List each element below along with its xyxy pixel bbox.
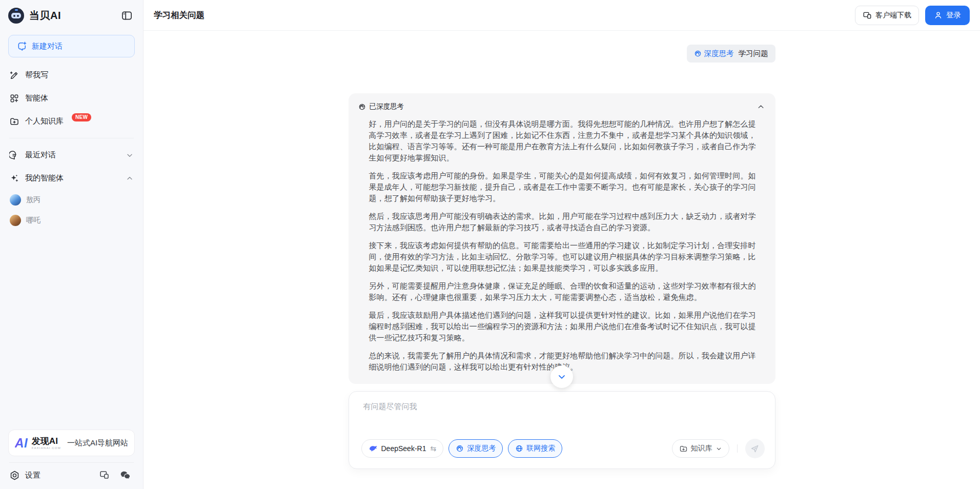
agent-name: 敖丙 <box>26 195 40 205</box>
sparkles-icon <box>9 173 19 184</box>
pencil-plus-icon <box>9 70 19 80</box>
brand-name: 当贝AI <box>29 9 61 23</box>
sidebar-item-label: 个人知识库 <box>25 116 64 126</box>
devices-icon[interactable] <box>99 470 110 480</box>
wechat-icon[interactable] <box>119 470 131 481</box>
web-search-toggle[interactable]: 联网搜索 <box>508 439 562 458</box>
collapse-thinking-chevron-up-icon[interactable] <box>757 103 765 111</box>
agent-avatar <box>10 215 21 226</box>
new-badge: NEW <box>72 113 91 121</box>
knowledge-base-selector[interactable]: 知识库 <box>672 439 729 458</box>
sidebar-item-agents[interactable]: 智能体 <box>0 87 143 110</box>
deep-think-icon <box>358 103 366 111</box>
thinking-paragraph: 然后，我应该思考用户可能没有明确表达的需求。比如，用户可能在学习过程中感到压力大… <box>369 211 757 233</box>
model-swap-icon[interactable]: ⇆ <box>430 444 436 453</box>
person-icon <box>934 11 943 19</box>
gear-icon[interactable] <box>9 470 20 481</box>
chat-region: 深度思考 学习问题 已深度思考 好，用户问的是关于学习的问题，但没有具体说明是哪… <box>144 31 980 489</box>
sidebar: 当贝AI 新建对话 帮我写 智能体 个人知识库 NEW 最近对话 我的智能体 敖… <box>0 0 144 489</box>
faxian-ai-promo-banner[interactable]: AI 发现AI FAXIANAI.COM 一站式AI导航网站 <box>8 430 135 456</box>
agent-name: 哪吒 <box>26 216 40 225</box>
client-download-label: 客户端下载 <box>875 11 911 20</box>
scroll-to-bottom-button[interactable] <box>550 365 573 388</box>
page-title: 学习相关问题 <box>154 10 205 21</box>
thinking-paragraph: 首先，我应该考虑用户可能的身份。如果是学生，可能关心的是如何提高成绩，如何有效复… <box>369 170 757 204</box>
deep-thinking-panel: 已深度思考 好，用户问的是关于学习的问题，但没有具体说明是哪方面。我得先想想可能… <box>349 93 775 384</box>
sidebar-section-label: 我的智能体 <box>25 173 64 183</box>
sidebar-collapse-icon[interactable] <box>121 10 133 22</box>
chat-history-icon <box>9 150 19 160</box>
user-message-chip: 深度思考 学习问题 <box>687 45 775 63</box>
chevron-up-icon[interactable] <box>126 174 134 182</box>
deep-think-icon <box>694 50 702 57</box>
send-button[interactable] <box>745 439 765 458</box>
agent-avatar <box>10 194 21 206</box>
chip-deep-think: 深度思考 <box>694 49 734 58</box>
new-chat-label: 新建对话 <box>32 42 63 51</box>
login-button[interactable]: 登录 <box>925 6 970 25</box>
sidebar-section-label: 最近对话 <box>25 150 56 160</box>
new-chat-button[interactable]: 新建对话 <box>8 35 135 57</box>
sidebar-section-my-agents[interactable]: 我的智能体 <box>0 167 143 190</box>
composer-divider <box>737 444 738 453</box>
sidebar-item-label: 帮我写 <box>25 70 48 80</box>
client-download-button[interactable]: 客户端下载 <box>855 6 919 25</box>
chevron-down-icon[interactable] <box>126 151 134 159</box>
web-search-label: 联网搜索 <box>526 444 555 453</box>
sidebar-section-recent-chats[interactable]: 最近对话 <box>0 144 143 167</box>
topbar: 学习相关问题 客户端下载 登录 <box>144 0 980 31</box>
thinking-paragraph: 最后，我应该鼓励用户具体描述他们遇到的问题，这样我可以提供更针对性的建议。比如，… <box>369 310 757 343</box>
deepseek-whale-icon <box>369 444 378 454</box>
user-message-text: 学习问题 <box>739 49 768 58</box>
brand-row: 当贝AI <box>0 0 143 30</box>
main-area: 学习相关问题 客户端下载 登录 深度思考 学习问题 <box>144 0 980 489</box>
thinking-paragraph: 好，用户问的是关于学习的问题，但没有具体说明是哪方面。我得先想想可能的几种情况。… <box>369 118 757 164</box>
sidebar-item-label: 智能体 <box>25 93 48 103</box>
settings-label[interactable]: 设置 <box>25 471 40 480</box>
message-input[interactable] <box>361 397 765 439</box>
thinking-panel-header[interactable]: 已深度思考 <box>349 93 775 114</box>
chevron-down-icon <box>716 445 722 452</box>
chevron-down-icon <box>557 372 567 382</box>
model-name: DeepSeek-R1 <box>381 444 426 453</box>
sidebar-footer: 设置 <box>9 462 134 489</box>
folder-plus-icon <box>9 116 19 127</box>
promo-tagline: 一站式AI导航网站 <box>67 438 128 448</box>
sidebar-divider <box>9 138 134 138</box>
thinking-paragraph: 接下来，我应该考虑如何提供有帮助的信息。可能需要给出一些通用的学习建议，比如制定… <box>369 240 757 274</box>
folder-plus-icon <box>679 444 688 453</box>
send-icon <box>750 444 760 454</box>
sidebar-agent-aobing[interactable]: 敖丙 <box>0 190 143 210</box>
thinking-panel-title: 已深度思考 <box>370 102 404 111</box>
sidebar-item-write[interactable]: 帮我写 <box>0 64 143 87</box>
grid-plus-icon <box>9 93 19 104</box>
deep-think-icon <box>456 444 464 453</box>
deep-think-toggle[interactable]: 深度思考 <box>448 439 503 458</box>
model-selector[interactable]: DeepSeek-R1 ⇆ <box>361 439 444 458</box>
brand-robot-avatar <box>8 8 24 24</box>
faxian-ai-logo: 发现AI FAXIANAI.COM <box>32 437 61 450</box>
deep-think-label: 深度思考 <box>467 444 496 453</box>
sidebar-item-knowledge-base[interactable]: 个人知识库 NEW <box>0 110 143 133</box>
login-label: 登录 <box>946 10 961 20</box>
composer: DeepSeek-R1 ⇆ 深度思考 联网搜索 知识库 <box>349 391 775 469</box>
thinking-content: 好，用户问的是关于学习的问题，但没有具体说明是哪方面。我得先想想可能的几种情况。… <box>349 114 775 384</box>
faxian-ai-logo-mark: AI <box>15 437 28 450</box>
device-download-icon <box>863 11 872 20</box>
thinking-paragraph: 另外，可能需要提醒用户注意身体健康，保证充足的睡眠、合理的饮食和适量的运动，这些… <box>369 280 757 303</box>
sidebar-agent-nezha[interactable]: 哪吒 <box>0 210 143 231</box>
knowledge-base-label: 知识库 <box>691 444 712 453</box>
globe-icon <box>515 444 523 453</box>
